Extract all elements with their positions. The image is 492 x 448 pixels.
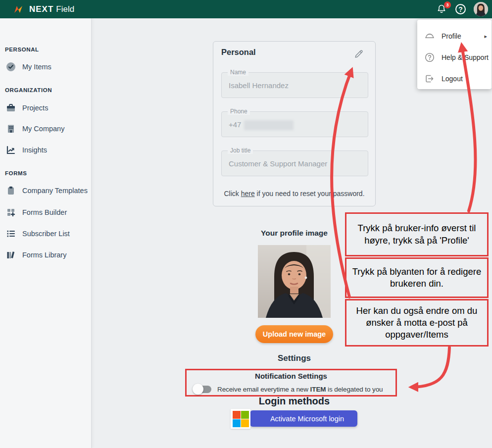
sidebar-section-personal: PERSONAL: [5, 47, 39, 52]
sidebar-item-label: Insights: [22, 146, 47, 154]
arrow-to-notification-box: [412, 348, 449, 387]
notification-badge: 3: [444, 1, 451, 8]
sidebar-item-projects[interactable]: Projects: [0, 101, 92, 115]
reset-password-link[interactable]: here: [241, 190, 255, 198]
clipboard-icon: [6, 186, 16, 196]
phone-field: Phone +47: [221, 111, 368, 137]
annotation-box-pencil: Trykk på blyanten for å redigere brukere…: [345, 257, 489, 298]
library-icon: [6, 250, 16, 260]
menu-item-label: Profile: [442, 32, 461, 40]
annotation-box-email: Her kan du også endre om du ønsker å mot…: [345, 299, 489, 347]
toggle-label-suffix: is delegated to you: [326, 386, 383, 393]
avatar-photo: [474, 2, 488, 16]
briefcase-icon: [6, 103, 16, 113]
chart-icon: [6, 145, 16, 155]
annotation-box-profile: Trykk på bruker-info øverst til høyre, t…: [345, 212, 489, 256]
profile-photo-image: [258, 245, 331, 318]
brand-logo: NEXT Field: [12, 3, 74, 16]
toggle-label-item: ITEM: [310, 386, 326, 393]
card-title: Personal: [221, 48, 256, 57]
sidebar-item-label: My Company: [22, 125, 64, 133]
menu-item-help-support[interactable]: Help & Support: [417, 48, 492, 67]
reset-password-line: Click here if you need to reset your pas…: [213, 190, 375, 198]
hard-hat-icon: [424, 31, 435, 42]
list-icon: [6, 229, 16, 239]
brand-name-bold: NEXT: [29, 4, 53, 14]
sidebar-item-label: Subscriber List: [22, 230, 70, 238]
sidebar-section-forms: FORMS: [5, 170, 27, 176]
sidebar-item-label: Projects: [22, 104, 48, 112]
sidebar-section-organization: ORGANIZATION: [5, 87, 52, 93]
help-button[interactable]: ?: [455, 4, 466, 14]
help-circle-icon: [424, 52, 435, 63]
brand-name-light: Field: [56, 4, 74, 14]
personal-info-card: Personal Name Isabell Hernandez Phone +4…: [213, 41, 376, 206]
reset-text-prefix: Click: [224, 190, 241, 198]
activate-microsoft-login-button[interactable]: Activate Microsoft login: [250, 410, 357, 427]
app-window: NEXT Field 3 ?: [0, 0, 492, 448]
builder-grid-icon: [6, 207, 16, 217]
sidebar-item-label: Forms Library: [22, 251, 66, 259]
name-field-value: Isabell Hernandez: [229, 73, 289, 99]
menu-item-label: Logout: [442, 75, 463, 83]
job-title-field-value: Customer & Support Manager: [229, 151, 327, 177]
help-icon: ?: [458, 5, 463, 13]
sidebar-item-forms-library[interactable]: Forms Library: [0, 248, 92, 262]
top-header: NEXT Field 3 ?: [0, 0, 492, 18]
phone-field-value: +47: [229, 120, 241, 129]
phone-redacted-blur: [244, 120, 294, 130]
sidebar-item-my-company[interactable]: My Company: [0, 122, 92, 136]
next-field-logo-icon: [12, 3, 25, 16]
user-dropdown-menu: Profile ▸ Help & Support Logout: [417, 20, 492, 89]
sidebar-item-forms-builder[interactable]: Forms Builder: [0, 205, 92, 219]
login-methods-heading: Login methods: [213, 396, 376, 407]
sidebar-item-label: Forms Builder: [22, 208, 67, 216]
sidebar-item-subscriber-list[interactable]: Subscriber List: [0, 227, 92, 241]
sidebar-item-my-items[interactable]: My Items: [0, 60, 92, 74]
sidebar-item-label: Company Templates: [22, 187, 88, 195]
sidebar-item-label: My Items: [22, 63, 51, 71]
upload-image-button[interactable]: Upload new image: [255, 325, 333, 343]
sidebar-item-insights[interactable]: Insights: [0, 143, 92, 157]
notifications-button[interactable]: 3: [437, 3, 447, 15]
building-icon: [6, 124, 16, 134]
notification-toggle-label: Receive email everytime a new ITEM is de…: [217, 386, 383, 393]
microsoft-logo-icon: [231, 409, 250, 429]
name-field: Name Isabell Hernandez: [221, 72, 368, 98]
menu-item-logout[interactable]: Logout: [417, 69, 492, 89]
submenu-chevron-icon: ▸: [484, 33, 487, 40]
profile-photo: [258, 245, 331, 318]
check-badge-icon: [6, 62, 16, 72]
toggle-label-prefix: Receive email everytime a new: [217, 386, 310, 393]
email-notification-toggle[interactable]: [194, 385, 212, 394]
notification-settings-title: Notification Settings: [187, 372, 395, 380]
reset-text-suffix: if you need to reset your password.: [255, 190, 365, 198]
edit-pencil-icon[interactable]: [353, 49, 364, 59]
menu-item-label: Help & Support: [442, 53, 489, 61]
notification-settings-box: Notification Settings Receive email ever…: [185, 369, 397, 397]
settings-heading: Settings: [213, 353, 376, 363]
toggle-knob: [193, 384, 203, 395]
logout-icon: [424, 73, 435, 84]
menu-item-profile[interactable]: Profile ▸: [417, 26, 492, 46]
sidebar-item-company-templates[interactable]: Company Templates: [0, 184, 92, 198]
sidebar-nav: PERSONAL My Items ORGANIZATION Projects: [0, 18, 92, 448]
user-avatar[interactable]: [474, 2, 488, 16]
job-title-field: Job title Customer & Support Manager: [221, 150, 368, 176]
